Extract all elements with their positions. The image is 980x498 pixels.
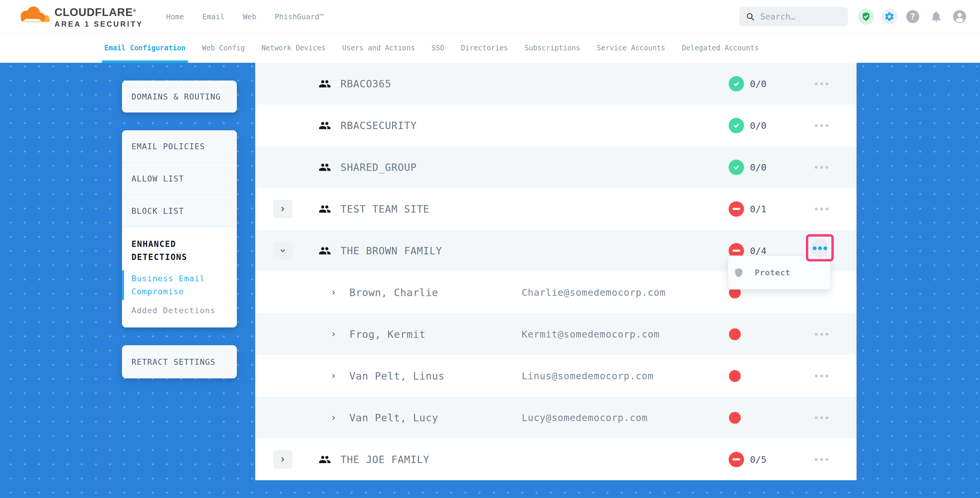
tab-directories[interactable]: Directories [461,33,508,63]
member-name: Van Pelt, Linus [349,370,445,382]
search-icon [746,12,755,21]
sidebar-item-allow-list[interactable]: ALLOW LIST [122,162,237,195]
row-menu-button[interactable] [814,80,830,88]
sidebar-policies-card: EMAIL POLICIES ALLOW LIST BLOCK LIST ENH… [122,130,237,328]
settings-gear-icon[interactable] [881,9,897,25]
account-icon[interactable] [951,9,967,25]
row-menu-button[interactable] [814,163,830,172]
protected-count: 0/0 [750,78,767,89]
help-icon[interactable]: ? [905,9,921,25]
brand-name: CLOUDFLARE [54,6,133,18]
member-row[interactable]: Van Pelt, Lucy Lucy@somedemocorp.com [255,397,856,439]
row-menu-button-active[interactable] [811,239,829,257]
protected-count: 0/0 [750,120,767,131]
chevron-right-icon [331,289,337,296]
member-name: Van Pelt, Lucy [349,412,439,424]
menu-item-protect[interactable]: Protect [755,268,791,277]
group-icon [318,245,331,257]
collapse-row-button[interactable] [273,242,293,260]
sidebar-item-label: ALLOW LIST [132,174,184,183]
logo-text: CLOUDFLARE® AREA 1 SECURITY [54,7,143,28]
sidebar-item-retract-settings[interactable]: RETRACT SETTINGS [122,345,237,379]
cloudflare-logo[interactable]: CLOUDFLARE® AREA 1 SECURITY [15,6,143,28]
tab-delegated-accounts[interactable]: Delegated Accounts [682,33,759,63]
config-tabs: Email Configuration Web Config Network D… [0,33,980,63]
protected-count: 0/0 [750,162,767,173]
tab-users-and-actions[interactable]: Users and Actions [342,33,415,63]
nav-phishguard[interactable]: PhishGuard™ [275,13,324,21]
group-name: THE BROWN FAMILY [340,245,442,257]
sidebar-item-label: BLOCK LIST [132,206,184,216]
group-name: TEST TEAM SITE [340,203,430,215]
area1-security-console: CLOUDFLARE® AREA 1 SECURITY Home Email W… [0,0,980,498]
group-row[interactable]: TEST TEAM SITE 0/1 [255,188,856,230]
tab-service-accounts[interactable]: Service Accounts [597,33,665,63]
search-box[interactable] [739,7,848,26]
status-unprotected-dot [729,328,741,340]
group-row[interactable]: THE JOE FAMILY 0/5 [255,439,856,480]
group-row[interactable]: RBACO365 0/0 [255,63,856,105]
nav-email[interactable]: Email [202,13,224,21]
registered-mark: ® [133,8,136,13]
status-protected-icon [729,76,744,91]
chevron-right-icon [331,331,337,337]
shield-check-icon[interactable] [858,9,874,25]
group-row[interactable]: SHARED_GROUP 0/0 [255,146,856,188]
group-icon [318,119,331,132]
tab-web-config[interactable]: Web Config [202,33,245,63]
chevron-right-icon [331,373,337,379]
protected-count: 0/5 [750,454,767,465]
brand-subtitle: AREA 1 SECURITY [54,21,143,28]
bec-groups-table: RBACO365 0/0 RBACSECURITY 0/0 SHARED_G [255,63,856,480]
protected-count: 0/1 [750,204,767,214]
sidebar-item-block-list[interactable]: BLOCK LIST [122,195,237,227]
member-email: Charlie@somedemocorp.com [522,287,666,298]
group-icon [318,203,331,215]
header-nav: Home Email Web PhishGuard™ [166,13,324,21]
row-menu-button[interactable] [814,372,830,380]
status-protected-icon [729,159,744,175]
tab-subscriptions[interactable]: Subscriptions [525,33,580,63]
status-unprotected-dot [729,370,741,382]
group-name: RBACSECURITY [340,119,417,132]
nav-home[interactable]: Home [166,13,184,21]
header-icon-bar: ? [858,9,967,25]
chevron-right-icon [279,205,286,213]
row-menu-button[interactable] [814,205,830,213]
nav-web[interactable]: Web [243,13,256,21]
group-icon [318,78,331,90]
sidebar-item-business-email-compromise[interactable]: Business Email Compromise [132,272,226,298]
tab-email-configuration[interactable]: Email Configuration [104,33,186,63]
sidebar-item-domains-routing[interactable]: DOMAINS & ROUTING [122,81,237,113]
row-context-menu: Protect [728,256,830,290]
sidebar-item-added-detections[interactable]: Added Detections [132,306,228,315]
sidebar-item-email-policies[interactable]: EMAIL POLICIES [122,130,237,162]
tab-sso[interactable]: SSO [431,33,444,63]
cloudflare-cloud-icon [15,6,51,24]
member-name: Frog, Kermit [349,328,426,340]
group-row[interactable]: RBACSECURITY 0/0 [255,105,856,146]
chevron-down-icon [279,247,286,255]
status-unprotected-icon [729,201,744,217]
tab-network-devices[interactable]: Network Devices [261,33,326,63]
row-menu-button[interactable] [814,455,830,464]
search-input[interactable] [760,11,842,22]
chevron-right-icon [279,456,286,463]
member-row[interactable]: Van Pelt, Linus Linus@somedemocorp.com [255,355,856,397]
sidebar-item-label: EMAIL POLICIES [132,142,205,151]
sidebar-item-enhanced-detections[interactable]: ENHANCED DETECTIONS [132,238,226,264]
chevron-right-icon [331,415,337,421]
status-unprotected-dot [729,412,741,424]
member-row[interactable]: Frog, Kermit Kermit@somedemocorp.com [255,313,856,355]
row-menu-button[interactable] [814,121,830,130]
group-icon [318,161,331,173]
notifications-bell-icon[interactable] [928,9,944,25]
row-menu-button[interactable] [814,330,830,339]
group-name: RBACO365 [340,78,391,90]
top-header: CLOUDFLARE® AREA 1 SECURITY Home Email W… [0,0,980,33]
sidebar-item-label: RETRACT SETTINGS [132,357,216,366]
expand-row-button[interactable] [273,200,293,218]
expand-row-button[interactable] [273,450,293,469]
member-name: Brown, Charlie [349,286,439,298]
row-menu-button[interactable] [814,413,830,422]
